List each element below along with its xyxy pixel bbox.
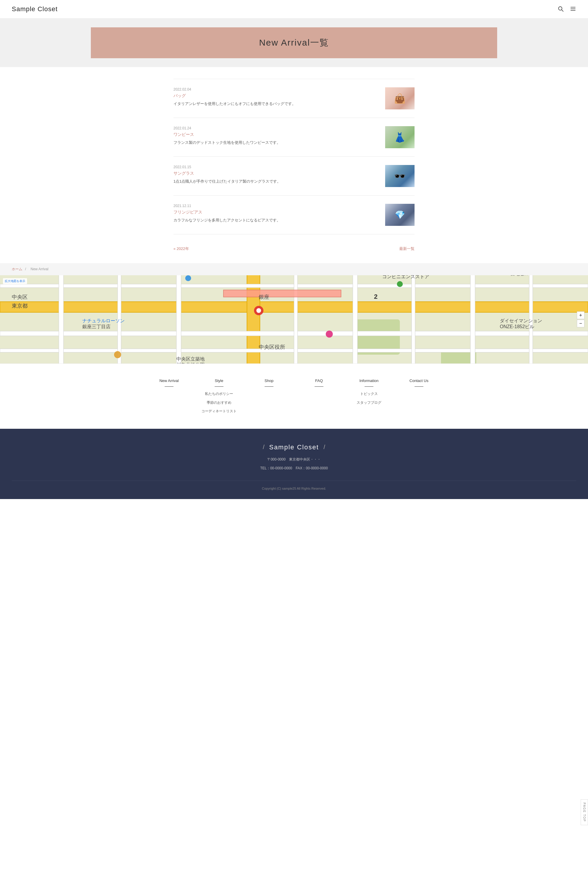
map-background: 中央区 東京都 銀座 中央区役所 セブンイレブン 中央区役所前店 コンビニエンス… (0, 275, 588, 363)
svg-text:RBM留地ビル: RBM留地ビル (500, 275, 529, 276)
footer-logo: Sample Closet (269, 443, 319, 451)
footer-nav-grid: New Arrival Style 私たちのポリシー 季節のおすすめ コーディネ… (147, 378, 441, 417)
table-row: 2021.12.11 フリンジピアス カラフルなフリンジを多用したアクセントにな… (174, 195, 414, 234)
article-description: イタリアンレザーを使用したオンにもオフにも使用できるバッグです。 (174, 101, 379, 107)
breadcrumb-current: New Arrival (31, 267, 48, 271)
footer-slash-left: / (263, 444, 265, 450)
article-category[interactable]: ワンピース (174, 132, 379, 137)
footer-col-title: Contact Us (397, 378, 441, 383)
breadcrumb-home[interactable]: ホーム (12, 267, 22, 271)
footer-col-title: Style (197, 378, 241, 383)
article-content: 2022.01.24 ワンピース フランス製のデッドストック生地を使用したワンピ… (174, 126, 379, 146)
article-date: 2022.01.24 (174, 126, 379, 130)
article-date: 2022.02.04 (174, 87, 379, 92)
footer-col-divider (414, 386, 423, 387)
footer-link-topics[interactable]: トピックス (347, 391, 391, 397)
footer-col-contact: Contact Us (397, 378, 441, 417)
svg-text:銀座三丁目店: 銀座三丁目店 (82, 324, 111, 329)
footer-col-divider (315, 386, 323, 387)
site-logo[interactable]: Sample Closet (12, 5, 58, 13)
hero-inner: New Arrival一覧 (91, 27, 497, 58)
svg-text:東京都: 東京都 (12, 303, 28, 309)
footer-col-title: Shop (247, 378, 291, 383)
svg-text:ナチュラルローソン: ナチュラルローソン (82, 318, 124, 323)
svg-point-40 (256, 308, 261, 313)
svg-text:中央区: 中央区 (12, 294, 28, 300)
map-zoom-out[interactable]: − (577, 320, 585, 327)
footer-link-season[interactable]: 季節のおすすめ (197, 400, 241, 406)
menu-icon[interactable] (570, 6, 576, 13)
footer-address: 〒000-0000 東京都中央区・・・ (12, 456, 576, 463)
svg-rect-20 (412, 275, 415, 363)
footer-col-divider (265, 386, 273, 387)
svg-line-1 (561, 10, 563, 12)
footer-nav: New Arrival Style 私たちのポリシー 季節のおすすめ コーディネ… (0, 363, 588, 429)
map-zoom-in[interactable]: + (577, 311, 585, 319)
map-section: 中央区 東京都 銀座 中央区役所 セブンイレブン 中央区役所前店 コンビニエンス… (0, 275, 588, 363)
svg-text:1: 1 (256, 275, 260, 277)
svg-text:中央区立築地: 中央区立築地 (176, 356, 205, 362)
article-thumbnail[interactable] (385, 87, 414, 110)
search-icon[interactable] (557, 6, 564, 13)
svg-rect-18 (294, 275, 297, 363)
footer-copyright: Copyright (C) sample25 All Rights Reserv… (12, 480, 576, 490)
svg-text:2: 2 (374, 293, 378, 300)
svg-text:ONZE-1852ビル: ONZE-1852ビル (500, 324, 534, 329)
footer-bottom: / Sample Closet / 〒000-0000 東京都中央区・・・ TE… (0, 429, 588, 499)
svg-text:川亀井橋公園: 川亀井橋公園 (176, 362, 205, 363)
table-row: 2022.01.24 ワンピース フランス製のデッドストック生地を使用したワンピ… (174, 118, 414, 157)
article-thumbnail[interactable] (385, 165, 414, 187)
svg-point-44 (326, 330, 333, 338)
article-date: 2022.01.15 (174, 165, 379, 169)
svg-text:中央区役所: 中央区役所 (259, 344, 285, 350)
svg-point-43 (397, 281, 403, 287)
svg-text:コンビニエンスストア: コンビニエンスストア (382, 275, 429, 279)
svg-point-0 (559, 6, 562, 10)
articles-section: 2022.02.04 バッグ イタリアンレザーを使用したオンにもオフにも使用でき… (162, 79, 426, 234)
map-expand-link[interactable]: 拡大地図を表示 (3, 278, 27, 284)
article-thumbnail[interactable] (385, 126, 414, 148)
breadcrumb-separator: / (25, 267, 26, 271)
footer-col-shop: Shop (247, 378, 291, 417)
article-content: 2021.12.11 フリンジピアス カラフルなフリンジを多用したアクセントにな… (174, 204, 379, 224)
svg-text:ダイセイマンション: ダイセイマンション (500, 318, 542, 323)
article-category[interactable]: サングラス (174, 171, 379, 176)
article-category[interactable]: バッグ (174, 93, 379, 99)
map-svg: 中央区 東京都 銀座 中央区役所 セブンイレブン 中央区役所前店 コンビニエンス… (0, 275, 588, 363)
footer-logo-area: / Sample Closet / (12, 443, 576, 451)
pagination-prev[interactable]: « 2022年 (174, 246, 189, 251)
footer-contact: TEL：00-0000-0000 FAX：00-0000-0000 (12, 465, 576, 472)
table-row: 2022.01.15 サングラス 1点1点職人が手作りで仕上げたイタリア製のサン… (174, 157, 414, 195)
article-description: カラフルなフリンジを多用したアクセントになるピアスです。 (174, 217, 379, 224)
footer-col-title: Information (347, 378, 391, 383)
table-row: 2022.02.04 バッグ イタリアンレザーを使用したオンにもオフにも使用でき… (174, 79, 414, 118)
footer-col-divider (165, 386, 174, 387)
footer-col-title: New Arrival (147, 378, 191, 383)
svg-rect-19 (353, 275, 357, 363)
header: Sample Closet (0, 0, 588, 18)
article-content: 2022.01.15 サングラス 1点1点職人が手作りで仕上げたイタリア製のサン… (174, 165, 379, 185)
svg-rect-15 (59, 275, 63, 363)
hero-banner: New Arrival一覧 (0, 18, 588, 67)
footer-col-faq: FAQ (297, 378, 341, 417)
footer-col-new-arrival: New Arrival (147, 378, 191, 417)
pagination-next[interactable]: 最新一覧 (399, 246, 414, 251)
article-thumbnail[interactable] (385, 204, 414, 226)
footer-col-title: FAQ (297, 378, 341, 383)
svg-rect-17 (176, 275, 181, 363)
pagination: « 2022年 最新一覧 (162, 246, 426, 251)
footer-link-coordinate[interactable]: コーディネートリスト (197, 408, 241, 415)
footer-slash-right: / (324, 444, 326, 450)
svg-point-41 (114, 351, 121, 358)
article-date: 2021.12.11 (174, 204, 379, 208)
footer-col-information: Information トピックス スタッフブログ (347, 378, 391, 417)
svg-text:銀座: 銀座 (259, 294, 269, 300)
article-category[interactable]: フリンジピアス (174, 210, 379, 215)
header-icons (557, 6, 576, 13)
svg-rect-23 (224, 290, 341, 297)
footer-link-policy[interactable]: 私たちのポリシー (197, 391, 241, 397)
article-description: フランス製のデッドストック生地を使用したワンピースです。 (174, 140, 379, 146)
footer-link-staff-blog[interactable]: スタッフブログ (347, 400, 391, 406)
hero-title: New Arrival一覧 (108, 37, 480, 49)
article-content: 2022.02.04 バッグ イタリアンレザーを使用したオンにもオフにも使用でき… (174, 87, 379, 107)
